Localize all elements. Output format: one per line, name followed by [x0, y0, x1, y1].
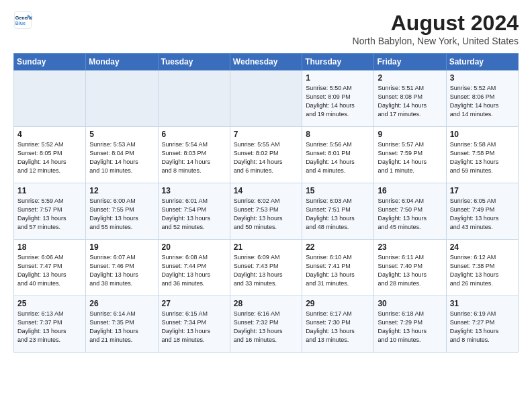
- day-info: Sunrise: 6:08 AM Sunset: 7:44 PM Dayligh…: [162, 253, 226, 288]
- day-info: Sunrise: 6:03 AM Sunset: 7:51 PM Dayligh…: [306, 197, 370, 232]
- day-info: Sunrise: 6:01 AM Sunset: 7:54 PM Dayligh…: [162, 197, 226, 232]
- day-info: Sunrise: 6:11 AM Sunset: 7:40 PM Dayligh…: [378, 253, 442, 288]
- day-cell: 5Sunrise: 5:53 AM Sunset: 8:04 PM Daylig…: [86, 127, 158, 183]
- day-number: 8: [306, 130, 370, 139]
- day-info: Sunrise: 6:13 AM Sunset: 7:37 PM Dayligh…: [17, 310, 82, 345]
- title-area: August 2024 North Babylon, New York, Uni…: [353, 11, 519, 46]
- day-cell: 8Sunrise: 5:56 AM Sunset: 8:01 PM Daylig…: [302, 127, 374, 183]
- day-number: 9: [378, 130, 442, 139]
- day-number: 28: [234, 299, 298, 308]
- day-number: 6: [162, 130, 226, 139]
- day-info: Sunrise: 5:52 AM Sunset: 8:05 PM Dayligh…: [17, 140, 82, 175]
- calendar-table: SundayMondayTuesdayWednesdayThursdayFrid…: [13, 53, 519, 353]
- day-cell: 2Sunrise: 5:51 AM Sunset: 8:08 PM Daylig…: [374, 71, 446, 127]
- day-cell: 29Sunrise: 6:17 AM Sunset: 7:30 PM Dayli…: [302, 296, 374, 353]
- day-info: Sunrise: 6:04 AM Sunset: 7:50 PM Dayligh…: [378, 197, 442, 232]
- day-cell: [230, 71, 302, 127]
- day-number: 23: [378, 242, 442, 252]
- day-cell: 6Sunrise: 5:54 AM Sunset: 8:03 PM Daylig…: [158, 127, 230, 183]
- day-info: Sunrise: 6:06 AM Sunset: 7:47 PM Dayligh…: [17, 253, 82, 288]
- day-cell: 25Sunrise: 6:13 AM Sunset: 7:37 PM Dayli…: [14, 296, 86, 353]
- day-cell: 30Sunrise: 6:18 AM Sunset: 7:29 PM Dayli…: [374, 296, 446, 353]
- day-number: 30: [378, 299, 442, 308]
- day-info: Sunrise: 6:00 AM Sunset: 7:55 PM Dayligh…: [89, 197, 154, 232]
- svg-text:Blue: Blue: [15, 21, 26, 26]
- day-number: 22: [306, 242, 370, 252]
- day-cell: [14, 71, 86, 127]
- day-cell: 16Sunrise: 6:04 AM Sunset: 7:50 PM Dayli…: [374, 183, 446, 240]
- day-info: Sunrise: 5:57 AM Sunset: 7:59 PM Dayligh…: [378, 140, 442, 175]
- header-wednesday: Wednesday: [230, 54, 302, 71]
- day-info: Sunrise: 6:14 AM Sunset: 7:35 PM Dayligh…: [89, 310, 154, 345]
- header-monday: Monday: [86, 54, 158, 71]
- day-number: 16: [378, 186, 442, 195]
- day-number: 15: [306, 186, 370, 195]
- day-cell: 10Sunrise: 5:58 AM Sunset: 7:58 PM Dayli…: [446, 127, 518, 183]
- month-title: August 2024: [353, 11, 519, 36]
- header-friday: Friday: [374, 54, 446, 71]
- day-cell: 7Sunrise: 5:55 AM Sunset: 8:02 PM Daylig…: [230, 127, 302, 183]
- header-thursday: Thursday: [302, 54, 374, 71]
- day-info: Sunrise: 6:10 AM Sunset: 7:41 PM Dayligh…: [306, 253, 370, 288]
- day-cell: 22Sunrise: 6:10 AM Sunset: 7:41 PM Dayli…: [302, 240, 374, 296]
- calendar-header-row: SundayMondayTuesdayWednesdayThursdayFrid…: [14, 54, 519, 71]
- day-cell: 3Sunrise: 5:52 AM Sunset: 8:06 PM Daylig…: [446, 71, 518, 127]
- day-info: Sunrise: 6:18 AM Sunset: 7:29 PM Dayligh…: [378, 310, 442, 345]
- header: General Blue August 2024 North Babylon, …: [13, 11, 519, 46]
- day-info: Sunrise: 5:55 AM Sunset: 8:02 PM Dayligh…: [234, 140, 298, 175]
- day-number: 29: [306, 299, 370, 308]
- day-number: 31: [450, 299, 515, 308]
- day-info: Sunrise: 6:05 AM Sunset: 7:49 PM Dayligh…: [450, 197, 515, 232]
- day-cell: 15Sunrise: 6:03 AM Sunset: 7:51 PM Dayli…: [302, 183, 374, 240]
- day-number: 13: [162, 186, 226, 195]
- location-title: North Babylon, New York, United States: [353, 36, 519, 46]
- day-cell: [86, 71, 158, 127]
- day-number: 14: [234, 186, 298, 195]
- day-cell: 14Sunrise: 6:02 AM Sunset: 7:53 PM Dayli…: [230, 183, 302, 240]
- day-cell: 19Sunrise: 6:07 AM Sunset: 7:46 PM Dayli…: [86, 240, 158, 296]
- day-info: Sunrise: 6:09 AM Sunset: 7:43 PM Dayligh…: [234, 253, 298, 288]
- day-number: 3: [450, 73, 515, 83]
- day-cell: 13Sunrise: 6:01 AM Sunset: 7:54 PM Dayli…: [158, 183, 230, 240]
- day-number: 21: [234, 242, 298, 252]
- day-number: 20: [162, 242, 226, 252]
- day-cell: 28Sunrise: 6:16 AM Sunset: 7:32 PM Dayli…: [230, 296, 302, 353]
- week-row-3: 11Sunrise: 5:59 AM Sunset: 7:57 PM Dayli…: [14, 183, 519, 240]
- day-number: 24: [450, 242, 515, 252]
- day-cell: 18Sunrise: 6:06 AM Sunset: 7:47 PM Dayli…: [14, 240, 86, 296]
- day-info: Sunrise: 5:53 AM Sunset: 8:04 PM Dayligh…: [89, 140, 154, 175]
- day-number: 2: [378, 73, 442, 83]
- week-row-2: 4Sunrise: 5:52 AM Sunset: 8:05 PM Daylig…: [14, 127, 519, 183]
- header-tuesday: Tuesday: [158, 54, 230, 71]
- day-cell: 11Sunrise: 5:59 AM Sunset: 7:57 PM Dayli…: [14, 183, 86, 240]
- day-number: 7: [234, 130, 298, 139]
- day-info: Sunrise: 5:56 AM Sunset: 8:01 PM Dayligh…: [306, 140, 370, 175]
- day-info: Sunrise: 6:16 AM Sunset: 7:32 PM Dayligh…: [234, 310, 298, 345]
- day-cell: 21Sunrise: 6:09 AM Sunset: 7:43 PM Dayli…: [230, 240, 302, 296]
- week-row-5: 25Sunrise: 6:13 AM Sunset: 7:37 PM Dayli…: [14, 296, 519, 353]
- day-info: Sunrise: 5:54 AM Sunset: 8:03 PM Dayligh…: [162, 140, 226, 175]
- week-row-4: 18Sunrise: 6:06 AM Sunset: 7:47 PM Dayli…: [14, 240, 519, 296]
- day-cell: 23Sunrise: 6:11 AM Sunset: 7:40 PM Dayli…: [374, 240, 446, 296]
- week-row-1: 1Sunrise: 5:50 AM Sunset: 8:09 PM Daylig…: [14, 71, 519, 127]
- day-cell: 9Sunrise: 5:57 AM Sunset: 7:59 PM Daylig…: [374, 127, 446, 183]
- day-info: Sunrise: 5:52 AM Sunset: 8:06 PM Dayligh…: [450, 84, 515, 119]
- day-number: 27: [162, 299, 226, 308]
- day-info: Sunrise: 6:17 AM Sunset: 7:30 PM Dayligh…: [306, 310, 370, 345]
- day-number: 18: [17, 242, 82, 252]
- day-info: Sunrise: 6:02 AM Sunset: 7:53 PM Dayligh…: [234, 197, 298, 232]
- day-number: 19: [89, 242, 154, 252]
- day-info: Sunrise: 6:07 AM Sunset: 7:46 PM Dayligh…: [89, 253, 154, 288]
- day-info: Sunrise: 5:59 AM Sunset: 7:57 PM Dayligh…: [17, 197, 82, 232]
- logo: General Blue: [13, 11, 32, 30]
- day-number: 26: [89, 299, 154, 308]
- header-sunday: Sunday: [14, 54, 86, 71]
- day-number: 25: [17, 299, 82, 308]
- day-cell: 31Sunrise: 6:19 AM Sunset: 7:27 PM Dayli…: [446, 296, 518, 353]
- day-cell: 12Sunrise: 6:00 AM Sunset: 7:55 PM Dayli…: [86, 183, 158, 240]
- day-info: Sunrise: 5:58 AM Sunset: 7:58 PM Dayligh…: [450, 140, 515, 175]
- day-number: 17: [450, 186, 515, 195]
- day-number: 4: [17, 130, 82, 139]
- day-cell: 27Sunrise: 6:15 AM Sunset: 7:34 PM Dayli…: [158, 296, 230, 353]
- svg-rect-0: [14, 11, 31, 28]
